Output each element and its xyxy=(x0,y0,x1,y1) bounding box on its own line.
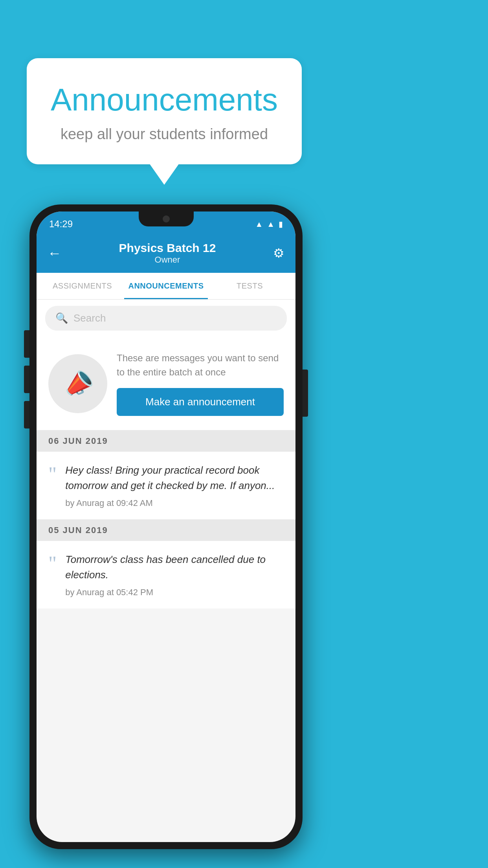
status-icons: ▲ ▲ ▮ xyxy=(255,219,283,229)
tab-tests[interactable]: TESTS xyxy=(208,273,292,299)
search-bar[interactable]: 🔍 Search xyxy=(45,306,287,331)
promo-description: These are messages you want to send to t… xyxy=(117,351,284,379)
app-header: ← Physics Batch 12 Owner ⚙ xyxy=(37,234,295,273)
tab-bar: ASSIGNMENTS ANNOUNCEMENTS TESTS xyxy=(37,273,295,300)
speech-bubble-container: Announcements keep all your students inf… xyxy=(27,58,302,164)
speech-bubble: Announcements keep all your students inf… xyxy=(27,58,302,164)
promo-icon-circle: 📣 xyxy=(48,354,107,413)
megaphone-icon: 📣 xyxy=(59,365,97,402)
promo-content: These are messages you want to send to t… xyxy=(117,351,284,416)
wifi-icon: ▲ xyxy=(255,220,263,229)
search-icon: 🔍 xyxy=(55,312,68,324)
tab-assignments[interactable]: ASSIGNMENTS xyxy=(40,273,124,299)
announcement-item-2: " Tomorrow's class has been cancelled du… xyxy=(37,541,295,609)
announcement-text-1: Hey class! Bring your practical record b… xyxy=(65,463,284,493)
phone-notch xyxy=(139,211,194,226)
header-subtitle: Owner xyxy=(119,255,216,265)
header-title-group: Physics Batch 12 Owner xyxy=(119,241,216,265)
announcement-text-2: Tomorrow's class has been cancelled due … xyxy=(65,552,284,583)
promo-section: 📣 These are messages you want to send to… xyxy=(37,337,295,430)
make-announcement-button[interactable]: Make an announcement xyxy=(117,388,284,416)
quote-icon-1: " xyxy=(48,464,57,485)
phone-screen: 14:29 ▲ ▲ ▮ ← Physics Batch 12 Owner ⚙ xyxy=(37,211,295,842)
quote-icon-2: " xyxy=(48,554,57,574)
speech-bubble-title: Announcements xyxy=(46,82,282,118)
back-button[interactable]: ← xyxy=(48,245,62,261)
search-container: 🔍 Search xyxy=(37,300,295,337)
status-time: 14:29 xyxy=(49,219,73,230)
phone-wrapper: 14:29 ▲ ▲ ▮ ← Physics Batch 12 Owner ⚙ xyxy=(29,204,303,849)
speech-bubble-subtitle: keep all your students informed xyxy=(46,126,282,143)
battery-icon: ▮ xyxy=(279,219,283,229)
camera-notch xyxy=(163,215,170,223)
tab-announcements[interactable]: ANNOUNCEMENTS xyxy=(124,273,208,299)
settings-icon[interactable]: ⚙ xyxy=(273,246,284,261)
signal-icon: ▲ xyxy=(267,220,275,229)
header-title: Physics Batch 12 xyxy=(119,241,216,255)
announcement-meta-1: by Anurag at 09:42 AM xyxy=(65,498,284,508)
date-separator-2: 05 JUN 2019 xyxy=(37,520,295,541)
announcement-content-2: Tomorrow's class has been cancelled due … xyxy=(65,552,284,598)
date-separator-1: 06 JUN 2019 xyxy=(37,430,295,452)
announcement-content-1: Hey class! Bring your practical record b… xyxy=(65,463,284,508)
search-placeholder: Search xyxy=(73,312,106,324)
announcement-meta-2: by Anurag at 05:42 PM xyxy=(65,587,284,598)
announcement-item-1: " Hey class! Bring your practical record… xyxy=(37,452,295,520)
phone-outer: 14:29 ▲ ▲ ▮ ← Physics Batch 12 Owner ⚙ xyxy=(29,204,303,849)
